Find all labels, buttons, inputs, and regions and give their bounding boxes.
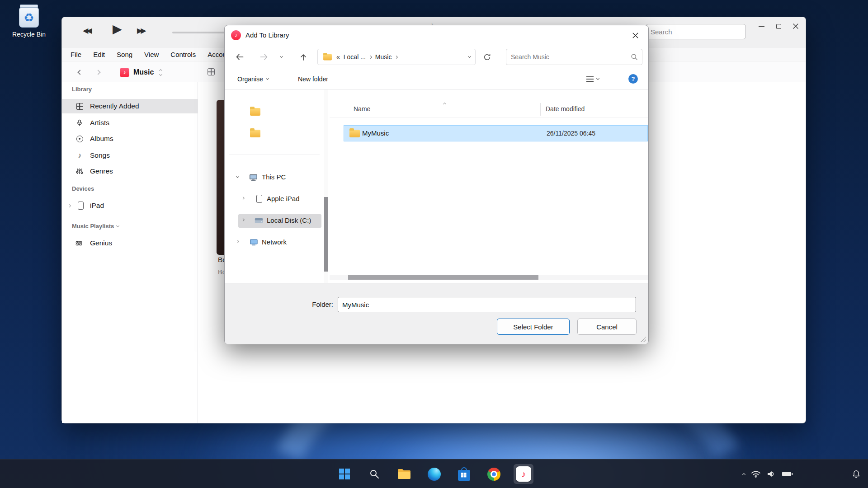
- maximize-button[interactable]: [770, 19, 787, 33]
- folder-name-input[interactable]: [338, 297, 636, 312]
- sort-ascending-icon: [443, 103, 446, 106]
- minimize-button[interactable]: [753, 19, 770, 33]
- recycle-symbol-icon: ♻: [24, 12, 34, 23]
- tree-scrollbar-track[interactable]: [324, 89, 328, 283]
- chevron-right-icon: [395, 55, 398, 58]
- resize-grip[interactable]: [641, 337, 646, 342]
- address-breadcrumb[interactable]: « Local ... Music: [317, 49, 476, 65]
- view-grid-icon[interactable]: [208, 68, 215, 75]
- itunes-icon: ♪: [516, 466, 531, 482]
- dialog-forward-button[interactable]: [256, 49, 272, 65]
- tray-battery-button[interactable]: [782, 471, 793, 477]
- chevron-down-icon[interactable]: [468, 55, 471, 58]
- sidebar-item-songs[interactable]: ♪ Songs: [62, 148, 198, 163]
- file-name: MyMusic: [362, 129, 389, 137]
- recent-locations-dropdown[interactable]: [275, 49, 287, 65]
- tree-item-folder[interactable]: [225, 127, 324, 141]
- taskbar-edge-button[interactable]: [424, 464, 444, 484]
- sidebar-item-recently-added[interactable]: Recently Added: [62, 99, 198, 113]
- tray-show-hidden-icons-button[interactable]: [743, 472, 745, 476]
- taskbar-chrome-button[interactable]: [484, 464, 504, 484]
- sidebar-playlists-header[interactable]: Music Playlists: [72, 223, 119, 230]
- taskbar-start-button[interactable]: [335, 464, 354, 484]
- nav-back-button[interactable]: [72, 64, 88, 80]
- recycle-bin-shortcut[interactable]: ♻ Recycle Bin: [7, 5, 51, 38]
- folder-icon: [250, 108, 260, 116]
- chevron-right-icon: [95, 70, 100, 75]
- chevron-down-icon[interactable]: [236, 175, 239, 178]
- organise-button[interactable]: Organise: [237, 72, 269, 86]
- dialog-titlebar[interactable]: ♪ Add To Library: [225, 25, 648, 45]
- previous-track-button[interactable]: ◀◀: [83, 26, 90, 35]
- tree-item-apple-ipad[interactable]: Apple iPad: [225, 192, 324, 206]
- search-icon[interactable]: [631, 53, 638, 61]
- play-button[interactable]: ▶: [113, 22, 122, 36]
- select-folder-button[interactable]: Select Folder: [497, 319, 570, 335]
- recycle-bin-lid: [20, 5, 38, 8]
- search-icon: [369, 469, 380, 479]
- menu-song[interactable]: Song: [117, 51, 132, 58]
- tree-scrollbar-thumb[interactable]: [324, 197, 328, 272]
- fast-forward-icon: ▶▶: [137, 27, 145, 34]
- dialog-up-button[interactable]: [295, 49, 311, 65]
- menu-edit[interactable]: Edit: [93, 51, 105, 58]
- sidebar-item-artists[interactable]: Artists: [62, 116, 198, 130]
- dialog-search-input[interactable]: [506, 49, 627, 65]
- taskbar-search-button[interactable]: [364, 464, 384, 484]
- sidebar-item-albums[interactable]: Albums: [62, 131, 198, 146]
- tree-item-network[interactable]: Network: [225, 235, 324, 250]
- list-scrollbar-track[interactable]: [330, 275, 648, 280]
- taskbar-music-button[interactable]: ♪: [514, 464, 533, 484]
- menu-file[interactable]: File: [71, 51, 81, 58]
- folder-icon: [323, 54, 332, 60]
- change-view-button[interactable]: [586, 72, 599, 86]
- tree-separator: [229, 155, 320, 155]
- refresh-button[interactable]: [479, 49, 495, 65]
- next-track-button[interactable]: ▶▶: [137, 26, 145, 35]
- taskbar-file-explorer-button[interactable]: [394, 464, 414, 484]
- dialog-close-button[interactable]: [626, 27, 645, 43]
- itunes-search-input[interactable]: [646, 24, 746, 39]
- selector-stepper-icon[interactable]: [160, 70, 162, 75]
- taskbar-store-button[interactable]: [454, 464, 474, 484]
- breadcrumb-local[interactable]: Local ...: [344, 53, 366, 61]
- breadcrumb-overflow[interactable]: «: [336, 53, 340, 61]
- breadcrumb-music[interactable]: Music: [375, 53, 392, 61]
- column-divider[interactable]: [540, 103, 541, 116]
- chevron-right-icon[interactable]: [241, 197, 245, 200]
- chevron-right-icon: [369, 55, 372, 58]
- chevron-down-icon: [266, 77, 269, 80]
- new-folder-button[interactable]: New folder: [298, 72, 328, 86]
- close-button[interactable]: [787, 19, 804, 33]
- notification-bell-button[interactable]: [852, 460, 861, 488]
- tree-item-folder[interactable]: [225, 105, 324, 119]
- sidebar-item-ipad[interactable]: iPad: [62, 198, 198, 213]
- help-button[interactable]: ?: [628, 74, 638, 84]
- chevron-right-icon[interactable]: [236, 240, 239, 243]
- column-header-name[interactable]: Name: [354, 105, 370, 113]
- tree-item-this-pc[interactable]: This PC: [225, 170, 324, 185]
- tray-volume-button[interactable]: [767, 470, 776, 478]
- sidebar-item-genius[interactable]: Genius: [62, 236, 198, 250]
- tree-item-local-disk-c[interactable]: Local Disk (C:): [225, 214, 324, 228]
- chevron-left-icon: [77, 70, 82, 75]
- ipad-icon: [256, 195, 262, 203]
- sidebar-library-header: Library: [72, 86, 92, 93]
- microsoft-store-icon: [458, 470, 470, 481]
- library-media-selector[interactable]: ♪ Music: [120, 66, 162, 79]
- file-explorer-icon: [397, 468, 411, 480]
- dialog-back-button[interactable]: [231, 49, 248, 65]
- menu-controls[interactable]: Controls: [170, 51, 196, 58]
- sidebar-devices-header: Devices: [72, 185, 94, 192]
- column-header-date-modified[interactable]: Date modified: [546, 105, 585, 113]
- nav-forward-button[interactable]: [90, 64, 106, 80]
- chevron-right-icon[interactable]: [68, 204, 71, 207]
- menu-view[interactable]: View: [144, 51, 159, 58]
- file-row-mymusic[interactable]: MyMusic 26/11/2025 06:45: [344, 125, 648, 141]
- cancel-button[interactable]: Cancel: [577, 319, 637, 335]
- list-scrollbar-thumb[interactable]: [348, 275, 538, 280]
- chevron-down-icon: [596, 77, 599, 80]
- sidebar-item-genres[interactable]: Genres: [62, 164, 198, 178]
- tray-network-button[interactable]: [751, 470, 761, 478]
- list-header: Name Date modified: [330, 101, 648, 117]
